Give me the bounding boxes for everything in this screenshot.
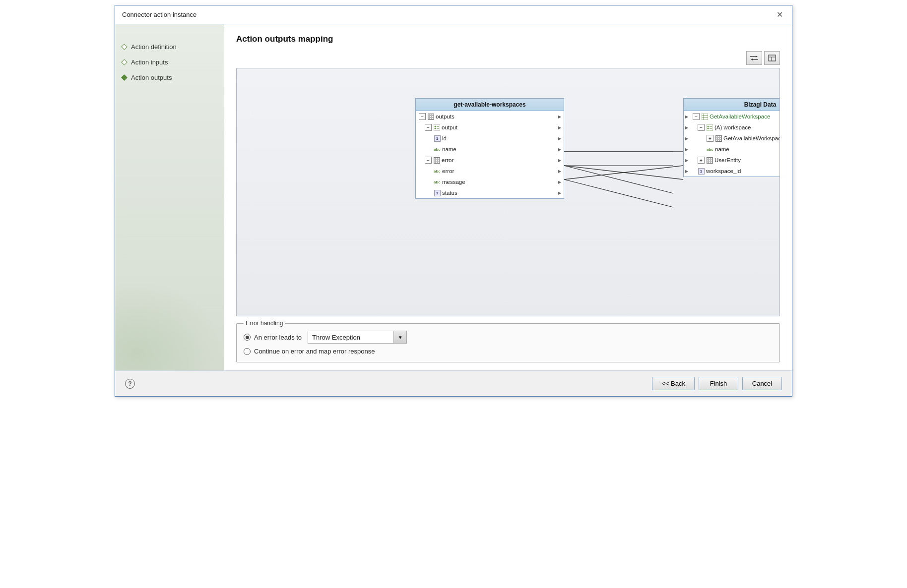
table-icon <box>427 113 434 120</box>
tree-node: + UserEntity ▶ <box>684 155 780 166</box>
tree-node: 1 status ▶ <box>416 187 564 198</box>
mapping-toolbar <box>236 51 780 65</box>
expander[interactable]: + <box>707 135 713 142</box>
dropdown-value: Throw Exception <box>312 334 392 341</box>
sidebar-item-action-outputs[interactable]: Action outputs <box>115 70 224 85</box>
node-label: name <box>442 146 456 152</box>
sidebar-item-action-definition[interactable]: Action definition <box>115 39 224 55</box>
num-icon: 1 <box>434 135 441 142</box>
error-handling-legend: Error handling <box>244 320 285 327</box>
help-button[interactable]: ? <box>125 379 135 389</box>
arrow-out-icon: ▶ <box>558 180 562 184</box>
expander[interactable]: − <box>425 124 432 131</box>
arrow-out-icon: ▶ <box>558 125 562 129</box>
svg-rect-20 <box>707 124 713 131</box>
tree-node: − GetAvailableWorkspace ▶ <box>684 111 780 122</box>
node-label: UserEntity <box>714 157 741 163</box>
title-bar: Connector action instance ✕ <box>115 5 792 24</box>
layout-icon <box>768 55 776 61</box>
radio-option-1[interactable] <box>244 334 251 341</box>
arrow-out-icon: ▶ <box>558 136 562 140</box>
dialog-container: Connector action instance ✕ Action defin… <box>115 5 792 397</box>
num-icon: 1 <box>434 189 441 196</box>
mapping-inner: get-available-workspaces − outputs ▶ <box>237 68 779 316</box>
arrow-out-icon: ▶ <box>558 115 562 118</box>
map-button[interactable] <box>746 51 762 65</box>
node-label: GetAvailableWorkspace <box>710 114 770 119</box>
sidebar-item-label: Action definition <box>131 43 177 51</box>
sidebar: Action definition Action inputs Action o… <box>115 24 224 370</box>
arrow-in-icon: ▶ <box>685 158 689 162</box>
node-label: outputs <box>436 114 454 119</box>
arrow-out-icon: ▶ <box>558 169 562 173</box>
tree-node: − error ▶ <box>416 155 564 166</box>
throw-exception-dropdown[interactable]: Throw Exception ▼ <box>308 331 407 344</box>
sidebar-item-label: Action inputs <box>131 59 168 66</box>
svg-line-27 <box>564 166 683 179</box>
svg-rect-11 <box>434 124 440 131</box>
list-icon <box>433 124 440 131</box>
node-label: message <box>442 179 465 185</box>
sidebar-item-label: Action outputs <box>131 74 172 81</box>
expander[interactable]: − <box>419 113 426 120</box>
arrow-out-icon: ▶ <box>558 147 562 151</box>
tree-node: abc name ▶ <box>684 144 780 155</box>
node-label: error <box>442 168 454 174</box>
expander[interactable]: − <box>425 157 432 164</box>
right-tree-box: Bizagi Data − GetAvailableWorkspace ▶ <box>683 98 780 177</box>
table-icon <box>433 157 440 164</box>
abc-icon: abc <box>707 146 713 153</box>
svg-marker-1 <box>756 56 758 58</box>
right-box-title: Bizagi Data <box>684 99 780 111</box>
tree-node: abc message ▶ <box>416 176 564 187</box>
abc-icon: abc <box>434 178 441 185</box>
tree-node: − output ▶ <box>416 122 564 133</box>
diamond-icon <box>121 59 128 65</box>
svg-line-26 <box>564 166 683 179</box>
tree-node: − (A) workspace ▶ <box>684 122 780 133</box>
arrow-in-icon: ▶ <box>685 169 689 173</box>
dropdown-arrow-icon: ▼ <box>393 331 406 343</box>
svg-point-21 <box>707 125 709 127</box>
abc-icon: abc <box>434 146 441 153</box>
tree-node: abc error ▶ <box>416 166 564 176</box>
svg-rect-16 <box>702 114 708 120</box>
arrow-in-icon: ▶ <box>685 136 689 140</box>
svg-line-10 <box>564 166 673 193</box>
expander[interactable]: + <box>698 157 705 164</box>
tree-node: + GetAvailableWorkspace ▶ <box>684 133 780 144</box>
option1-label: An error leads to <box>254 334 302 341</box>
layout-button[interactable] <box>764 51 780 65</box>
arrow-out-icon: ▶ <box>558 191 562 195</box>
arrow-in-icon: ▶ <box>685 147 689 151</box>
back-button[interactable]: << Back <box>652 377 695 390</box>
expander[interactable]: − <box>698 124 705 131</box>
finish-button[interactable]: Finish <box>699 377 738 390</box>
option2-label: Continue on error and map error response <box>254 348 375 355</box>
diamond-icon <box>121 44 128 50</box>
left-tree-box: get-available-workspaces − outputs ▶ <box>415 98 564 199</box>
tree-node: 1 workspace_id ▶ <box>684 166 780 176</box>
num-icon: 1 <box>698 168 705 175</box>
expander[interactable]: − <box>693 113 700 120</box>
arrow-in-icon: ▶ <box>685 115 689 118</box>
node-label: name <box>715 146 729 152</box>
svg-marker-3 <box>751 59 753 60</box>
arrow-out-icon: ▶ <box>558 158 562 162</box>
table-icon <box>706 157 713 164</box>
left-box-title: get-available-workspaces <box>416 99 564 111</box>
mapping-canvas: get-available-workspaces − outputs ▶ <box>236 68 780 316</box>
node-label: output <box>442 124 457 130</box>
sidebar-item-action-inputs[interactable]: Action inputs <box>115 55 224 70</box>
tree-node: 1 id ▶ <box>416 133 564 144</box>
close-button[interactable]: ✕ <box>775 10 785 20</box>
green-table-icon <box>701 113 708 120</box>
error-option-2-row: Continue on error and map error response <box>244 348 770 355</box>
svg-point-13 <box>434 127 436 129</box>
green-list-icon <box>706 124 713 131</box>
tree-node: abc name ▶ <box>416 144 564 155</box>
main-content: Action definition Action inputs Action o… <box>115 24 792 370</box>
cancel-button[interactable]: Cancel <box>742 377 782 390</box>
radio-option-2[interactable] <box>244 348 251 355</box>
node-label: error <box>442 157 454 163</box>
